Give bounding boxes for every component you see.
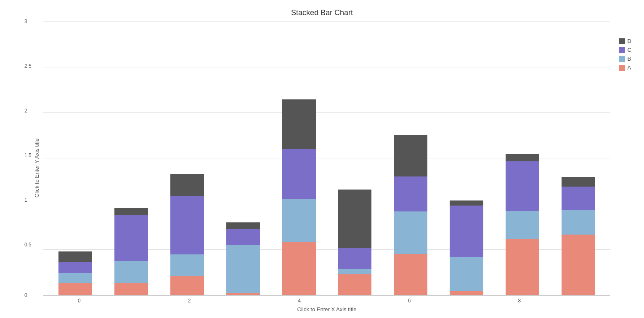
bar-segment-A-0 xyxy=(58,283,92,295)
bar-7[interactable] xyxy=(450,200,483,295)
bar-4[interactable] xyxy=(282,99,316,295)
legend-swatch-C xyxy=(619,47,625,53)
legend-item-A: A xyxy=(619,64,631,71)
bar-segment-C-5 xyxy=(338,248,371,269)
y-tick-1: 1 xyxy=(24,197,32,203)
legend: DCBA xyxy=(619,38,631,71)
bar-group-4 xyxy=(271,99,327,295)
chart-inner: 32.521.510.50 02468 Click to Enter X Axi… xyxy=(43,21,610,314)
x-tick-group-9 xyxy=(547,298,602,304)
x-tick-0: 0 xyxy=(78,298,81,304)
legend-item-D: D xyxy=(619,38,631,44)
bar-segment-D-2 xyxy=(170,174,204,196)
bar-segment-C-1 xyxy=(114,215,148,261)
y-tick-0: 0 xyxy=(24,292,32,298)
x-tick-6: 6 xyxy=(408,298,411,304)
bar-5[interactable] xyxy=(338,190,371,295)
bar-segment-B-0 xyxy=(58,273,92,283)
y-tick-0.5: 0.5 xyxy=(24,242,32,248)
y-tick-2: 2 xyxy=(24,108,32,114)
bar-segment-C-7 xyxy=(450,206,483,257)
x-tick-group-5 xyxy=(327,298,382,304)
legend-label-C: C xyxy=(628,47,631,53)
bar-segment-C-9 xyxy=(562,187,595,210)
legend-label-B: B xyxy=(628,56,631,62)
bar-1[interactable] xyxy=(114,208,148,295)
bar-0[interactable] xyxy=(58,251,92,295)
chart-plot: 32.521.510.50 xyxy=(43,21,610,295)
bar-segment-C-3 xyxy=(226,229,260,245)
bar-segment-D-5 xyxy=(338,190,371,248)
bar-segment-A-3 xyxy=(226,293,260,295)
legend-item-C: C xyxy=(619,47,631,53)
bar-segment-A-7 xyxy=(450,291,483,295)
bar-group-8 xyxy=(494,154,550,295)
bar-segment-D-8 xyxy=(506,154,539,161)
x-tick-group-3 xyxy=(217,298,272,304)
bar-segment-C-0 xyxy=(58,262,92,273)
bar-segment-A-4 xyxy=(282,242,316,295)
bar-segment-A-1 xyxy=(114,283,148,295)
y-tick-1.5: 1.5 xyxy=(24,152,32,158)
y-tick-3: 3 xyxy=(24,19,32,24)
bar-group-2 xyxy=(159,174,215,295)
chart-wrapper: Stacked Bar Chart Click to Enter Y Axis … xyxy=(0,0,644,318)
bar-segment-D-4 xyxy=(282,99,316,149)
legend-swatch-B xyxy=(619,56,625,62)
x-tick-group-4: 4 xyxy=(272,298,327,304)
bar-segment-A-2 xyxy=(170,276,204,295)
bar-segment-D-1 xyxy=(114,208,148,215)
bar-segment-D-7 xyxy=(450,200,483,206)
bar-segment-A-5 xyxy=(338,274,371,295)
bar-group-7 xyxy=(439,200,495,295)
legend-label-A: A xyxy=(628,64,631,71)
bar-2[interactable] xyxy=(170,174,204,295)
legend-swatch-D xyxy=(619,38,625,44)
chart-area: Click to Enter Y Axis title 32.521.510.5… xyxy=(0,21,644,314)
y-tick-labels: 32.521.510.50 xyxy=(24,21,32,295)
bar-9[interactable] xyxy=(562,177,595,295)
legend-label-D: D xyxy=(628,38,631,44)
bars-container xyxy=(43,21,610,295)
x-tick-group-6: 6 xyxy=(382,298,437,304)
bar-segment-B-6 xyxy=(394,211,427,254)
bar-segment-D-9 xyxy=(562,177,595,187)
bar-3[interactable] xyxy=(226,222,260,295)
x-tick-group-8: 8 xyxy=(492,298,547,304)
bar-segment-A-8 xyxy=(506,239,539,295)
legend-item-B: B xyxy=(619,56,631,62)
bar-segment-A-6 xyxy=(394,254,427,295)
x-tick-group-0: 0 xyxy=(52,298,107,304)
bar-segment-D-6 xyxy=(394,135,427,176)
y-axis-label[interactable]: Click to Enter Y Axis title xyxy=(34,21,40,314)
bar-segment-B-7 xyxy=(450,257,483,291)
bar-group-0 xyxy=(48,251,103,295)
bar-segment-C-4 xyxy=(282,149,316,199)
y-tick-2.5: 2.5 xyxy=(24,63,32,69)
bar-segment-B-4 xyxy=(282,199,316,242)
bar-segment-B-3 xyxy=(226,245,260,293)
bar-segment-C-6 xyxy=(394,176,427,212)
bar-segment-A-9 xyxy=(562,235,595,295)
bar-8[interactable] xyxy=(506,154,539,295)
bar-group-6 xyxy=(383,135,439,295)
bar-segment-B-9 xyxy=(562,210,595,235)
x-axis-line xyxy=(43,295,610,296)
bar-segment-D-3 xyxy=(226,222,260,229)
bar-segment-B-2 xyxy=(170,254,204,275)
x-tick-group-1 xyxy=(107,298,162,304)
x-axis-label[interactable]: Click to Enter X Axis title xyxy=(43,306,610,313)
legend-swatch-A xyxy=(619,65,625,71)
x-axis: 02468 xyxy=(43,298,610,304)
bar-group-5 xyxy=(327,190,383,295)
bar-segment-D-0 xyxy=(58,251,92,262)
bar-segment-B-1 xyxy=(114,261,148,283)
chart-title[interactable]: Stacked Bar Chart xyxy=(0,0,644,17)
x-tick-4: 4 xyxy=(298,298,301,304)
bar-segment-C-2 xyxy=(170,196,204,255)
x-tick-8: 8 xyxy=(518,298,521,304)
x-tick-group-2: 2 xyxy=(162,298,217,304)
bar-segment-B-5 xyxy=(338,269,371,274)
bar-group-9 xyxy=(550,177,606,295)
bar-6[interactable] xyxy=(394,135,427,295)
